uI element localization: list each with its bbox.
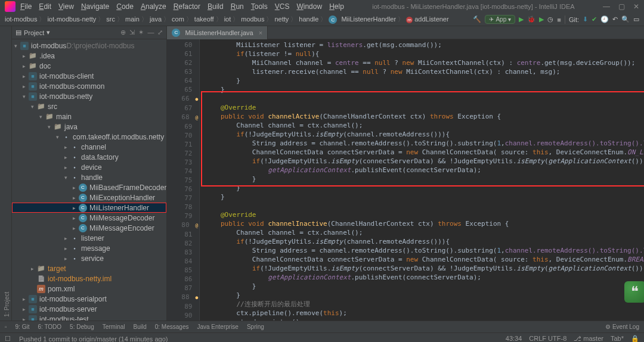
tool-tab[interactable]: Terminal (103, 324, 125, 330)
breadcrumb[interactable]: iot-modbus-netty (47, 15, 106, 23)
breadcrumb[interactable]: MiiListenerHandler (329, 15, 406, 23)
menu-item[interactable]: Run (231, 2, 244, 11)
git-branch[interactable]: ⎇ master (574, 335, 603, 342)
tree-row[interactable]: ▸.idea (12, 51, 166, 61)
breadcrumb[interactable]: m addListener (406, 15, 449, 23)
menu-item[interactable]: Code (116, 2, 134, 11)
breadcrumb[interactable]: netty (274, 15, 299, 23)
code-area[interactable]: MiiListener listener = listeners.get(msg… (200, 39, 644, 321)
event-log-tab[interactable]: ⚙ Event Log (605, 324, 639, 330)
tree-row[interactable]: ▸channel (12, 142, 166, 152)
menu-item[interactable]: Edit (39, 2, 51, 11)
tree-row[interactable]: ▸iot-modbus-test (12, 314, 166, 321)
tree-row[interactable]: ▸data.factory (12, 152, 166, 162)
indent-label[interactable]: Tab* (611, 335, 624, 342)
tool-tab[interactable]: 0: Messages (155, 324, 189, 330)
lock-icon[interactable]: 🔒 (631, 335, 639, 342)
tree-row[interactable]: ▸listener (12, 233, 166, 243)
tree-icon (70, 163, 79, 172)
tool-tab[interactable]: ▫ (5, 324, 7, 330)
project-tree[interactable]: ▾iot-modbus D:\project\iot-modbus▸.idea▸… (12, 39, 166, 321)
run-config-dropdown[interactable]: ✈App▾ (485, 15, 515, 24)
tool-tab[interactable]: 5: Debug (70, 324, 94, 330)
maximize-icon[interactable]: ▢ (618, 2, 625, 11)
tool-tab[interactable]: 6: TODO (38, 324, 61, 330)
breadcrumb[interactable]: java (150, 15, 172, 23)
tree-row[interactable]: ▸MiiMessageDecoder (12, 213, 166, 223)
git-history-icon[interactable]: 🕘 (600, 15, 609, 23)
git-update-icon[interactable]: ⬇ (583, 15, 588, 23)
breadcrumb[interactable]: iot-modbus (5, 15, 47, 23)
tool-window-tab[interactable]: 1: Project (4, 30, 10, 317)
tree-row[interactable]: ▸target (12, 263, 166, 273)
breadcrumb[interactable]: main (125, 15, 150, 23)
profile-icon[interactable]: ◷ (547, 15, 553, 23)
hide-icon[interactable]: ⤢ (157, 29, 163, 36)
tool-tab[interactable]: Java Enterprise (197, 324, 238, 330)
coverage-icon[interactable]: ▶ (539, 15, 544, 23)
menu-item[interactable]: Window (296, 2, 322, 11)
search-icon[interactable]: 🔍 (621, 15, 630, 23)
tree-row[interactable]: ▸MiiBasedFrameDecoder (12, 182, 166, 192)
tree-row[interactable]: ▸message (12, 243, 166, 253)
tree-row[interactable]: ▾main (12, 111, 166, 122)
tree-icon (54, 123, 62, 131)
tree-row[interactable]: ▾iot-modbus D:\project\iot-modbus (12, 41, 166, 51)
gutter[interactable]: 60616263646566●6768@69707172737475767778… (167, 39, 200, 321)
breadcrumb[interactable]: handle (299, 15, 329, 23)
tool-tab[interactable]: 9: Git (16, 324, 30, 330)
tree-row[interactable]: ▸device (12, 162, 166, 172)
breadcrumb[interactable]: iot (224, 15, 242, 23)
menu-item[interactable]: Build (208, 2, 224, 11)
breadcrumb[interactable]: modbus (241, 15, 274, 23)
menu-item[interactable]: Tools (251, 2, 268, 11)
tree-row[interactable]: ▾iot-modbus-netty (12, 91, 166, 101)
minimize-icon[interactable]: — (603, 2, 610, 11)
tree-row[interactable]: pom.xml (12, 284, 166, 294)
tool-tab[interactable]: Build (134, 324, 147, 330)
stop-icon[interactable]: ■ (557, 16, 561, 23)
menu-item[interactable]: Analyze (141, 2, 166, 11)
menu-item[interactable]: VCS (275, 2, 290, 11)
tree-row[interactable]: iot-modbus-netty.iml (12, 273, 166, 284)
collapse-icon[interactable]: ✶ (138, 29, 144, 36)
tree-row[interactable]: ▸iot-modbus-client (12, 71, 166, 81)
gear-icon[interactable]: — (147, 29, 154, 36)
menu-item[interactable]: Help (329, 2, 344, 11)
menu-item[interactable]: View (58, 2, 74, 11)
run-icon[interactable]: ▶ (519, 15, 524, 23)
ide-settings-icon[interactable]: ▭ (633, 15, 639, 23)
caret-position[interactable]: 43:34 (506, 335, 522, 342)
editor-tab[interactable]: MiiListenerHandler.java × (167, 26, 268, 39)
git-rollback-icon[interactable]: ↶ (612, 15, 618, 23)
tree-row[interactable]: ▸doc (12, 61, 166, 71)
debug-icon[interactable]: 🐞 (527, 15, 535, 23)
close-icon[interactable]: ✕ (633, 2, 639, 11)
tree-row[interactable]: ▸MiiExceptionHandler (12, 192, 166, 203)
close-tab-icon[interactable]: × (259, 29, 262, 36)
tree-row[interactable]: ▸iot-modbus-serialport (12, 294, 166, 304)
menu-item[interactable]: Navigate (81, 2, 109, 11)
breadcrumb[interactable]: src (106, 15, 125, 23)
menu-item[interactable]: Refactor (174, 2, 200, 11)
select-opened-icon[interactable]: ⊕ (120, 29, 126, 36)
tree-row[interactable]: ▾handle (12, 172, 166, 182)
git-commit-icon[interactable]: ✔ (592, 15, 597, 23)
expand-icon[interactable]: ⇲ (129, 29, 135, 36)
tool-tab[interactable]: Spring (247, 324, 264, 330)
tree-row[interactable]: ▾src (12, 101, 166, 111)
tree-icon (70, 234, 79, 242)
menu-item[interactable]: File (20, 2, 32, 11)
panel-title[interactable]: ▤ Project ▾ (16, 29, 50, 36)
tree-row[interactable]: ▾java (12, 122, 166, 132)
tree-row[interactable]: ▸MiiMessageEncoder (12, 223, 166, 233)
tree-row[interactable]: ▸MiiListenerHandler (12, 203, 166, 213)
tree-row[interactable]: ▸service (12, 253, 166, 263)
breadcrumb[interactable]: takeoff (194, 15, 224, 23)
encoding[interactable]: CRLF UTF-8 (529, 335, 566, 342)
hammer-icon[interactable]: 🔨 (473, 15, 481, 23)
tree-row[interactable]: ▸iot-modbus-common (12, 81, 166, 91)
breadcrumb[interactable]: com (172, 15, 194, 23)
tree-row[interactable]: ▸iot-modbus-server (12, 304, 166, 314)
tree-row[interactable]: ▾com.takeoff.iot.modbus.netty (12, 132, 166, 142)
